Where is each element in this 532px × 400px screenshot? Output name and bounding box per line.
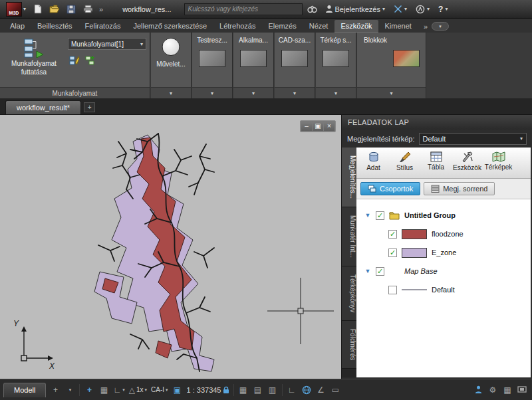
divider [233, 384, 234, 396]
grid-icon: ▦ [239, 385, 247, 395]
chevron-down-icon[interactable]: ▾ [390, 90, 392, 96]
minimize-icon: – [305, 123, 309, 130]
save-button[interactable] [65, 3, 78, 16]
document-tab-active[interactable]: workflow_result* [5, 100, 81, 114]
run-workflow-button[interactable]: Munkafolyamat futtatása [3, 35, 65, 86]
new-workflow-button[interactable] [84, 54, 97, 67]
status-bar-menu-button[interactable]: ▦ [501, 383, 514, 397]
navigation-button[interactable] [300, 383, 313, 397]
object-snap-tracking-toggle[interactable]: ▭ [329, 383, 342, 397]
collapse-arrow-icon[interactable]: ▼ [364, 268, 371, 274]
ribbon-minimize-icon: ▾ [439, 24, 442, 29]
panel-muvelet[interactable]: Művelet... ▾ [151, 33, 192, 98]
chevron-down-icon[interactable]: ▾ [334, 90, 337, 96]
annotation-visibility-button[interactable]: CA-I ▾ [150, 383, 170, 397]
isolate-objects-button[interactable]: ▦ [237, 383, 250, 397]
clean-screen-button[interactable]: ▥ [266, 383, 279, 397]
ribbon-tab-eszkozok[interactable]: Eszközök [334, 20, 378, 33]
tools-button[interactable]: Eszközök [452, 150, 483, 177]
checkbox-floodzone[interactable]: ✓ [388, 230, 397, 239]
ortho-mode-toggle[interactable]: ∟▾ [112, 383, 126, 397]
autoscale-toggle[interactable]: ▣ [171, 383, 184, 397]
chevron-down-icon[interactable]: ▾ [211, 90, 213, 96]
tree-item-label: E_zone [432, 249, 456, 256]
new-file-button[interactable] [31, 3, 45, 16]
checkbox-map-base[interactable]: ✓ [376, 267, 384, 276]
panel-blokkok[interactable]: Blokkok ▾ [357, 33, 426, 98]
infer-constraints-toggle[interactable]: + [82, 383, 96, 397]
fullscreen-button[interactable] [515, 383, 529, 397]
chevron-down-icon[interactable]: ▾ [293, 90, 296, 96]
task-pane-title[interactable]: FELADATOK LAP [342, 115, 532, 130]
ribbon-tab-feliratozas[interactable]: Feliratozás [79, 20, 127, 33]
ribbon-tab-jellemzo[interactable]: Jellemző szerkesztése [127, 20, 213, 33]
ribbon-tab-elemzes[interactable]: Elemzés [263, 20, 303, 33]
panel-testreszabas[interactable]: Testresz... ▾ [192, 33, 233, 98]
qat-overflow-icon[interactable]: » [98, 5, 104, 13]
ribbon-tab-nezet[interactable]: Nézet [303, 20, 334, 33]
maps-button[interactable]: Térképek [483, 150, 514, 177]
workflow-select-dropdown[interactable]: Munkafolyamat[1] ▾ [68, 38, 146, 50]
collapse-arrow-icon[interactable]: ▼ [364, 212, 371, 219]
ribbon-minimize-button[interactable]: ▾ [432, 22, 449, 31]
chevron-down-icon[interactable]: ▾ [252, 90, 255, 96]
draw-order-button[interactable]: Megj. sorrend [424, 182, 495, 195]
search-button[interactable] [306, 3, 319, 16]
panel-alkalmazasok[interactable]: Alkalma... ▾ [233, 33, 274, 98]
workflow-panel-title[interactable]: Munkafolyamat [0, 87, 150, 98]
data-button[interactable]: Adat [358, 150, 389, 177]
annotation-scale-button[interactable]: △ 1x ▾ [128, 383, 148, 397]
side-tab-foldmeres[interactable]: Földmérés [342, 321, 356, 369]
customization-button[interactable]: ⚙ [486, 383, 499, 397]
side-tab-munkater[interactable]: Munkatér Int... [342, 207, 356, 266]
map-scale-button[interactable]: 1 : 337345 [186, 383, 231, 397]
new-document-tab-button[interactable]: + [84, 102, 95, 112]
checkbox-e-zone[interactable]: ✓ [388, 249, 397, 257]
restore-button[interactable]: ▣ [313, 122, 323, 131]
ribbon-tab-alap[interactable]: Alap [4, 20, 31, 33]
trusted-autoloader-button[interactable] [471, 383, 485, 397]
edit-workflow-button[interactable] [68, 54, 81, 67]
dynamic-ucs-toggle[interactable]: ∟ [285, 383, 299, 397]
groups-button[interactable]: Csoportok [360, 182, 420, 195]
chevron-down-icon[interactable]: ▾ [170, 90, 172, 96]
table-button[interactable]: Tábla [420, 150, 452, 177]
new-layout-button[interactable]: + [49, 383, 62, 397]
app-menu-button[interactable]: M3D ▾ [4, 1, 28, 17]
display-map-dropdown[interactable]: Default ▾ [419, 133, 527, 145]
side-tab-megjelenites[interactable]: Megjelenítés... [342, 148, 356, 207]
close-button[interactable]: × [324, 122, 334, 131]
ribbon-tab-kimenet[interactable]: Kimenet [379, 20, 418, 33]
floodzone-polygon[interactable] [156, 341, 172, 358]
exchange-apps-button[interactable]: ▾ [391, 5, 410, 13]
a360-button[interactable]: ▾ [413, 5, 432, 14]
minimize-button[interactable]: – [301, 122, 312, 131]
panel-cad-szabvanyok[interactable]: CAD-sza... ▾ [275, 33, 315, 98]
tree-row-default[interactable]: Default [356, 280, 531, 299]
ribbon-tab-letrehozas[interactable]: Létrehozás [213, 20, 261, 33]
drawing-viewport[interactable]: Y X – ▣ × [0, 115, 341, 379]
tree-row-map-base[interactable]: ▼ ✓ Map Base [356, 262, 531, 280]
table-button-label: Tábla [428, 163, 444, 171]
print-button[interactable] [81, 3, 94, 16]
isoplane-toggle[interactable]: ∠ [315, 383, 328, 397]
layout-list-button[interactable]: ▾ [63, 383, 76, 397]
ribbon-tab-beillesztes[interactable]: Beillesztés [31, 20, 78, 33]
side-tab-terkepkonyv[interactable]: Térképkönyv [342, 266, 356, 321]
help-button[interactable]: ? ▾ [436, 5, 450, 14]
grid-cols-icon: ▥ [269, 385, 276, 395]
model-tab[interactable]: Modell [3, 383, 46, 397]
sign-in-button[interactable]: Bejelentkezés ▾ [323, 5, 388, 13]
style-button[interactable]: Stílus [389, 150, 420, 177]
panel-terkep[interactable]: Térkép s... ▾ [316, 33, 356, 98]
tree-row-floodzone[interactable]: ✓ floodzone [356, 225, 531, 243]
ribbon-overflow-icon[interactable]: » [424, 23, 428, 31]
checkbox-default[interactable] [388, 286, 397, 294]
search-input[interactable] [185, 5, 302, 13]
hardware-accel-button[interactable]: ▤ [251, 383, 265, 397]
snap-mode-toggle[interactable]: ▦ [97, 383, 110, 397]
checkbox-untitled-group[interactable]: ✓ [376, 211, 384, 220]
tree-row-e-zone[interactable]: ✓ E_zone [356, 243, 531, 262]
open-button[interactable] [48, 3, 61, 16]
tree-row-untitled-group[interactable]: ▼ ✓ Untitled Group [356, 206, 531, 225]
